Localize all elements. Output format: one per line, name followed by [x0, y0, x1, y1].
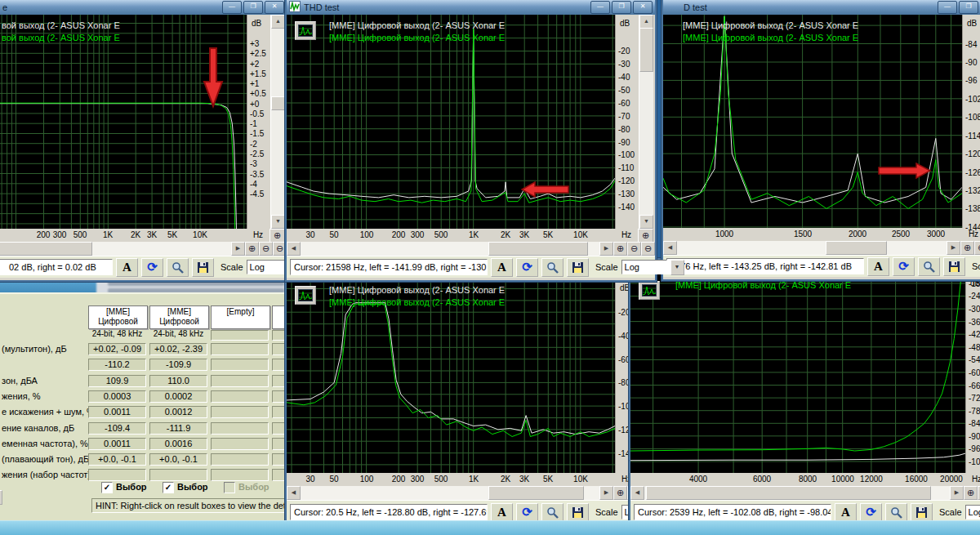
scroll-right-icon[interactable]: ▶	[950, 486, 964, 500]
zoom-in-button[interactable]: ⊕	[613, 242, 627, 256]
save-button[interactable]	[911, 503, 933, 522]
magnifier-button[interactable]	[541, 503, 564, 522]
scroll-thumb[interactable]	[488, 242, 588, 256]
zoom-full-button[interactable]: ⊖	[641, 242, 655, 256]
nav-button[interactable]: ◀	[0, 490, 2, 505]
result-cell[interactable]: -109.9	[149, 359, 207, 371]
maximize-button[interactable]: ❐	[959, 1, 978, 14]
result-cell[interactable]	[211, 469, 269, 481]
refresh-button[interactable]: ⟳	[860, 503, 882, 522]
result-cell[interactable]: -110.2	[88, 359, 146, 371]
result-cell[interactable]	[211, 375, 269, 387]
zoom-out-button[interactable]: ⊖	[259, 242, 273, 256]
font-button[interactable]: A	[491, 503, 513, 522]
select-checkbox[interactable]: ✓	[163, 482, 174, 493]
scroll-left-icon[interactable]: ◀	[663, 241, 677, 255]
font-button[interactable]: A	[835, 503, 857, 522]
result-cell[interactable]	[88, 469, 146, 481]
result-cell[interactable]: -109.4	[88, 422, 146, 435]
result-cell[interactable]: +0.02, -2.39	[149, 343, 207, 355]
result-cell[interactable]: +0.0, -0.1	[149, 453, 207, 466]
result-cell[interactable]: 0.0012	[149, 406, 207, 418]
result-cell[interactable]	[211, 406, 269, 418]
result-cell[interactable]	[211, 453, 269, 466]
zoom-in-button[interactable]: ⊕	[270, 229, 285, 243]
scroll-thumb[interactable]	[0, 242, 92, 256]
scroll-up-icon[interactable]: ▲	[271, 15, 285, 29]
horizontal-scrollbar[interactable]: ◀ ▶ ⊕ ⊖ ⊖	[287, 242, 655, 256]
scroll-right-icon[interactable]: ▶	[947, 241, 960, 255]
zoom-in-button[interactable]: ⊕	[245, 242, 259, 256]
result-cell[interactable]: 0.0003	[88, 390, 146, 403]
scroll-right-icon[interactable]: ▶	[599, 242, 613, 256]
minimize-button[interactable]: —	[590, 1, 610, 14]
save-button[interactable]	[943, 257, 965, 276]
scroll-thumb[interactable]	[639, 28, 653, 72]
refresh-button[interactable]: ⟳	[516, 503, 538, 522]
device-column-header[interactable]: [MME]Цифровой	[88, 305, 148, 329]
scroll-left-icon[interactable]: ◀	[630, 486, 644, 500]
result-cell[interactable]: 0.0011	[88, 406, 146, 418]
font-button[interactable]: A	[867, 257, 889, 276]
taskbar[interactable]	[0, 520, 980, 535]
magnifier-button[interactable]	[541, 258, 564, 277]
horizontal-scrollbar[interactable]: ◀ ▶ ⊕ ⊖ ⊖	[630, 486, 980, 500]
spectrum-mode-button[interactable]	[295, 286, 316, 305]
horizontal-scrollbar[interactable]: ◀ ▶ ⊕ ⊖ ⊖	[0, 242, 287, 256]
scroll-right-icon[interactable]: ▶	[599, 486, 613, 500]
scroll-thumb[interactable]	[826, 241, 887, 255]
dropdown-arrow-icon[interactable]: ▼	[670, 260, 684, 275]
result-cell[interactable]	[211, 359, 269, 371]
save-button[interactable]	[567, 258, 589, 277]
scroll-down-icon[interactable]: ▼	[639, 215, 653, 229]
titlebar[interactable]: THD test — ❐ ✕	[287, 0, 655, 15]
minimize-button[interactable]: —	[938, 1, 957, 14]
scroll-thumb[interactable]	[488, 486, 584, 500]
spectrum-mode-button[interactable]	[295, 21, 316, 40]
scroll-up-icon[interactable]: ▲	[639, 15, 653, 29]
select-checkbox[interactable]	[224, 482, 235, 493]
select-checkbox[interactable]: ✓	[101, 482, 113, 493]
device-column-header[interactable]: [Empty]	[211, 305, 270, 329]
horizontal-scrollbar[interactable]: ◀ ▶ ⊕ ⊖ ⊖	[287, 486, 655, 500]
result-cell[interactable]	[211, 438, 269, 450]
result-cell[interactable]: +0.02, -0.09	[88, 343, 146, 355]
magnifier-button[interactable]	[918, 257, 940, 276]
scroll-thumb[interactable]	[646, 486, 931, 500]
scroll-right-icon[interactable]: ▶	[231, 242, 245, 256]
zoom-in-button[interactable]: ⊕	[638, 229, 653, 243]
close-button[interactable]: ✕	[265, 1, 284, 14]
vertical-scrollbar[interactable]: ▲ ▼	[270, 15, 285, 229]
result-cell[interactable]: 109.9	[88, 375, 146, 387]
result-cell[interactable]	[211, 422, 269, 435]
maximize-button[interactable]: ❐	[612, 1, 631, 14]
titlebar[interactable]: D test — ❐ ✕	[663, 0, 980, 15]
zoom-out-button[interactable]: ⊖	[974, 241, 980, 255]
zoom-in-button[interactable]: ⊕	[960, 241, 974, 255]
scale-dropdown[interactable]: Log	[621, 260, 667, 274]
titlebar[interactable]: e — ❐ ✕	[0, 0, 287, 15]
zoom-in-button[interactable]: ⊕	[613, 486, 627, 500]
result-cell[interactable]: 110.0	[149, 375, 207, 387]
maximize-button[interactable]: ❐	[243, 1, 263, 14]
horizontal-scrollbar[interactable]: ◀ ▶ ⊕ ⊖ ⊖	[663, 241, 980, 255]
spectrum-plot[interactable]	[630, 274, 965, 473]
magnifier-button[interactable]	[885, 503, 907, 522]
minimize-button[interactable]: —	[222, 1, 242, 14]
save-button[interactable]	[192, 258, 214, 277]
font-button[interactable]: A	[491, 258, 513, 277]
zoom-out-button[interactable]: ⊖	[627, 242, 641, 256]
close-button[interactable]: ✕	[633, 1, 653, 14]
result-cell[interactable]	[211, 343, 269, 355]
scroll-thumb[interactable]	[271, 96, 285, 110]
result-cell[interactable]: 0.0016	[149, 438, 207, 450]
magnifier-button[interactable]	[167, 258, 189, 277]
spectrum-mode-button[interactable]	[639, 281, 660, 300]
refresh-button[interactable]: ⟳	[141, 258, 163, 277]
refresh-button[interactable]: ⟳	[516, 258, 538, 277]
zoom-in-button[interactable]: ⊕	[964, 486, 978, 500]
device-column-header[interactable]: [MME]Цифровой	[149, 305, 209, 329]
result-cell[interactable]: +0.0, -0.1	[88, 453, 146, 466]
result-cell[interactable]: -111.9	[149, 422, 207, 435]
scale-dropdown[interactable]: Log	[965, 505, 980, 519]
